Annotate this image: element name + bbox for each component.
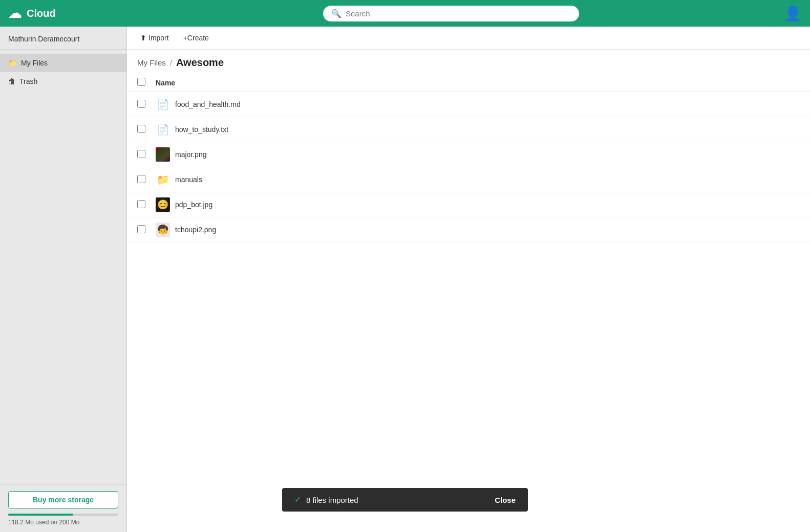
row-checkbox-cell[interactable]: [137, 150, 156, 160]
table-row[interactable]: 😊 pdp_bot.jpg: [127, 192, 810, 217]
file-name-cell: major.png: [156, 147, 206, 162]
sidebar-item-label-my-files: My Files: [21, 59, 48, 67]
main-content: ⬆ Import +Create My Files / Awesome Name: [127, 27, 810, 532]
row-checkbox-cell[interactable]: [137, 175, 156, 185]
folder-icon: 📁: [156, 172, 170, 187]
select-all-checkbox[interactable]: [137, 78, 145, 86]
create-label: +Create: [183, 34, 209, 42]
file-name-cell: 📁 manuals: [156, 172, 202, 187]
table-row[interactable]: major.png: [127, 142, 810, 167]
row-checkbox-cell[interactable]: [137, 225, 156, 235]
app-header: ☁ Cloud 🔍 👤: [0, 0, 810, 27]
column-header-name: Name: [156, 79, 800, 87]
search-icon: 🔍: [331, 9, 342, 18]
file-name-cell: 😊 pdp_bot.jpg: [156, 197, 212, 212]
import-label: Import: [148, 34, 169, 42]
file-name: tchoupi2.png: [175, 226, 216, 234]
file-name: food_and_health.md: [175, 100, 241, 108]
image-thumbnail: 🧒: [156, 223, 170, 237]
buy-storage-button[interactable]: Buy more storage: [8, 491, 118, 508]
row-checkbox[interactable]: [137, 100, 145, 108]
sidebar: Mathurin Deramecourt 📁 My Files 🗑 Trash …: [0, 27, 127, 532]
storage-text: 118.2 Mo used on 200 Mo: [8, 519, 118, 526]
import-icon: ⬆: [140, 34, 146, 42]
storage-bar-fill: [8, 514, 73, 516]
row-checkbox[interactable]: [137, 175, 145, 183]
search-wrapper: 🔍: [131, 6, 771, 21]
row-checkbox[interactable]: [137, 200, 145, 208]
file-name-cell: 📄 food_and_health.md: [156, 97, 241, 112]
file-icon: 📄: [156, 97, 170, 112]
search-bar-container: 🔍: [323, 6, 579, 21]
table-row[interactable]: 🧒 tchoupi2.png: [127, 217, 810, 242]
file-icon: 📄: [156, 122, 170, 137]
breadcrumb-separator: /: [170, 58, 172, 67]
trash-icon: 🗑: [8, 77, 15, 85]
image-thumbnail: 😊: [156, 197, 170, 212]
table-row[interactable]: 📁 manuals: [127, 167, 810, 192]
toast-text: 8 files imported: [306, 496, 358, 504]
file-table-header: Name: [127, 74, 810, 92]
table-row[interactable]: 📄 food_and_health.md: [127, 92, 810, 117]
import-button[interactable]: ⬆ Import: [137, 32, 172, 44]
sidebar-bottom: Buy more storage 118.2 Mo used on 200 Mo: [0, 484, 126, 532]
row-checkbox[interactable]: [137, 225, 145, 233]
sidebar-item-my-files[interactable]: 📁 My Files: [0, 54, 126, 72]
file-name: pdp_bot.jpg: [175, 201, 212, 209]
search-input[interactable]: [346, 9, 571, 18]
table-row[interactable]: 📄 how_to_study.txt: [127, 117, 810, 142]
create-button[interactable]: +Create: [180, 32, 212, 44]
header-checkbox-cell[interactable]: [137, 78, 156, 87]
sidebar-item-trash[interactable]: 🗑 Trash: [0, 72, 126, 91]
row-checkbox-cell[interactable]: [137, 200, 156, 210]
file-name: manuals: [175, 175, 202, 184]
folder-icon: 📁: [8, 59, 17, 67]
app-name: Cloud: [27, 8, 56, 19]
file-table: Name 📄 food_and_health.md 📄 h: [127, 74, 810, 532]
sidebar-nav: 📁 My Files 🗑 Trash: [0, 50, 126, 484]
user-menu[interactable]: 👤: [771, 5, 802, 22]
row-checkbox[interactable]: [137, 125, 145, 133]
user-avatar-icon[interactable]: 👤: [784, 5, 802, 22]
breadcrumb-parent[interactable]: My Files: [137, 58, 166, 67]
body-layout: Mathurin Deramecourt 📁 My Files 🗑 Trash …: [0, 27, 810, 532]
breadcrumb-current: Awesome: [176, 57, 224, 69]
toolbar: ⬆ Import +Create: [127, 27, 810, 50]
file-name: major.png: [175, 150, 206, 159]
toast-message: ✓ 8 files imported: [294, 495, 358, 504]
sidebar-username: Mathurin Deramecourt: [0, 27, 126, 50]
file-name: how_to_study.txt: [175, 125, 228, 134]
cloud-icon: ☁: [8, 6, 22, 21]
row-checkbox-cell[interactable]: [137, 125, 156, 135]
image-thumbnail: [156, 147, 170, 162]
check-icon: ✓: [294, 495, 301, 504]
storage-bar-background: [8, 514, 118, 516]
row-checkbox-cell[interactable]: [137, 100, 156, 109]
app-logo: ☁ Cloud: [8, 6, 131, 21]
toast-close-button[interactable]: Close: [495, 496, 516, 504]
breadcrumb: My Files / Awesome: [127, 50, 810, 74]
sidebar-item-label-trash: Trash: [19, 77, 37, 85]
file-name-cell: 📄 how_to_study.txt: [156, 122, 228, 137]
file-name-cell: 🧒 tchoupi2.png: [156, 223, 216, 237]
toast-notification: ✓ 8 files imported Close: [282, 488, 528, 512]
row-checkbox[interactable]: [137, 150, 145, 158]
